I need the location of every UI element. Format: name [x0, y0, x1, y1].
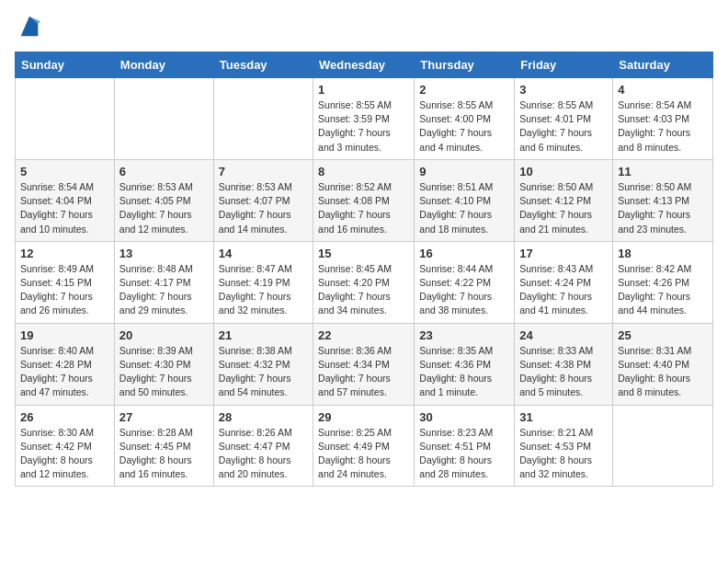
- calendar-day-1: 1Sunrise: 8:55 AM Sunset: 3:59 PM Daylig…: [313, 78, 415, 160]
- day-number: 28: [219, 410, 308, 424]
- day-info: Sunrise: 8:55 AM Sunset: 4:01 PM Dayligh…: [519, 98, 608, 155]
- day-info: Sunrise: 8:51 AM Sunset: 4:10 PM Dayligh…: [419, 180, 509, 236]
- day-info: Sunrise: 8:23 AM Sunset: 4:51 PM Dayligh…: [419, 426, 509, 482]
- day-number: 26: [20, 410, 109, 424]
- calendar-day-18: 18Sunrise: 8:42 AM Sunset: 4:26 PM Dayli…: [613, 241, 713, 323]
- calendar-header-monday: Monday: [114, 52, 213, 78]
- day-number: 7: [219, 165, 308, 178]
- calendar-week-row: 1Sunrise: 8:55 AM Sunset: 3:59 PM Daylig…: [16, 78, 713, 160]
- day-info: Sunrise: 8:48 AM Sunset: 4:17 PM Dayligh…: [119, 262, 209, 318]
- calendar-day-4: 4Sunrise: 8:54 AM Sunset: 4:03 PM Daylig…: [613, 78, 713, 160]
- day-info: Sunrise: 8:35 AM Sunset: 4:36 PM Dayligh…: [419, 344, 509, 400]
- calendar-header-friday: Friday: [515, 52, 613, 78]
- day-info: Sunrise: 8:21 AM Sunset: 4:53 PM Dayligh…: [519, 426, 608, 482]
- calendar-day-28: 28Sunrise: 8:26 AM Sunset: 4:47 PM Dayli…: [213, 405, 313, 487]
- day-info: Sunrise: 8:55 AM Sunset: 3:59 PM Dayligh…: [318, 98, 409, 155]
- calendar-week-row: 12Sunrise: 8:49 AM Sunset: 4:15 PM Dayli…: [16, 241, 713, 323]
- day-info: Sunrise: 8:49 AM Sunset: 4:15 PM Dayligh…: [20, 262, 109, 318]
- calendar-day-7: 7Sunrise: 8:53 AM Sunset: 4:07 PM Daylig…: [213, 159, 313, 241]
- day-number: 24: [519, 328, 608, 342]
- day-info: Sunrise: 8:54 AM Sunset: 4:04 PM Dayligh…: [20, 180, 109, 236]
- day-number: 14: [219, 247, 308, 260]
- day-number: 30: [419, 410, 509, 424]
- day-info: Sunrise: 8:28 AM Sunset: 4:45 PM Dayligh…: [119, 426, 209, 482]
- day-number: 18: [618, 247, 708, 260]
- day-info: Sunrise: 8:44 AM Sunset: 4:22 PM Dayligh…: [419, 262, 509, 318]
- day-number: 27: [119, 410, 209, 424]
- calendar-week-row: 19Sunrise: 8:40 AM Sunset: 4:28 PM Dayli…: [16, 323, 713, 405]
- calendar-day-6: 6Sunrise: 8:53 AM Sunset: 4:05 PM Daylig…: [114, 159, 213, 241]
- day-info: Sunrise: 8:40 AM Sunset: 4:28 PM Dayligh…: [20, 344, 109, 400]
- calendar-day-3: 3Sunrise: 8:55 AM Sunset: 4:01 PM Daylig…: [515, 78, 613, 160]
- calendar-header-saturday: Saturday: [613, 52, 713, 78]
- day-info: Sunrise: 8:45 AM Sunset: 4:20 PM Dayligh…: [318, 262, 409, 318]
- day-number: 2: [419, 83, 509, 97]
- calendar-day-12: 12Sunrise: 8:49 AM Sunset: 4:15 PM Dayli…: [16, 241, 115, 323]
- day-number: 22: [318, 328, 409, 342]
- day-number: 29: [318, 410, 409, 424]
- calendar-day-17: 17Sunrise: 8:43 AM Sunset: 4:24 PM Dayli…: [515, 241, 613, 323]
- calendar-week-row: 5Sunrise: 8:54 AM Sunset: 4:04 PM Daylig…: [16, 159, 713, 241]
- day-number: 5: [20, 165, 109, 178]
- calendar-day-19: 19Sunrise: 8:40 AM Sunset: 4:28 PM Dayli…: [16, 323, 115, 405]
- calendar-day-23: 23Sunrise: 8:35 AM Sunset: 4:36 PM Dayli…: [415, 323, 515, 405]
- day-info: Sunrise: 8:50 AM Sunset: 4:12 PM Dayligh…: [519, 180, 608, 236]
- day-number: 6: [119, 165, 209, 178]
- calendar-day-9: 9Sunrise: 8:51 AM Sunset: 4:10 PM Daylig…: [415, 159, 515, 241]
- calendar-day-10: 10Sunrise: 8:50 AM Sunset: 4:12 PM Dayli…: [515, 159, 613, 241]
- calendar-empty-cell: [613, 405, 713, 487]
- calendar-table: SundayMondayTuesdayWednesdayThursdayFrid…: [15, 52, 713, 487]
- calendar-day-27: 27Sunrise: 8:28 AM Sunset: 4:45 PM Dayli…: [114, 405, 213, 487]
- day-number: 4: [618, 83, 708, 97]
- day-info: Sunrise: 8:31 AM Sunset: 4:40 PM Dayligh…: [618, 344, 708, 400]
- day-number: 19: [20, 328, 109, 342]
- day-number: 15: [318, 247, 409, 260]
- calendar-day-22: 22Sunrise: 8:36 AM Sunset: 4:34 PM Dayli…: [313, 323, 415, 405]
- calendar-empty-cell: [213, 78, 313, 160]
- day-number: 13: [119, 247, 209, 260]
- day-number: 25: [618, 328, 708, 342]
- day-number: 17: [519, 247, 608, 260]
- logo: [15, 15, 42, 40]
- day-number: 21: [219, 328, 308, 342]
- day-info: Sunrise: 8:47 AM Sunset: 4:19 PM Dayligh…: [219, 262, 308, 318]
- calendar-week-row: 26Sunrise: 8:30 AM Sunset: 4:42 PM Dayli…: [16, 405, 713, 487]
- calendar-empty-cell: [16, 78, 115, 160]
- day-number: 20: [119, 328, 209, 342]
- day-number: 8: [318, 165, 409, 178]
- day-number: 10: [519, 165, 608, 178]
- calendar-header-thursday: Thursday: [415, 52, 515, 78]
- day-info: Sunrise: 8:43 AM Sunset: 4:24 PM Dayligh…: [519, 262, 608, 318]
- calendar-day-14: 14Sunrise: 8:47 AM Sunset: 4:19 PM Dayli…: [213, 241, 313, 323]
- calendar-day-8: 8Sunrise: 8:52 AM Sunset: 4:08 PM Daylig…: [313, 159, 415, 241]
- calendar-day-24: 24Sunrise: 8:33 AM Sunset: 4:38 PM Dayli…: [515, 323, 613, 405]
- day-number: 11: [618, 165, 708, 178]
- calendar-day-25: 25Sunrise: 8:31 AM Sunset: 4:40 PM Dayli…: [613, 323, 713, 405]
- day-info: Sunrise: 8:26 AM Sunset: 4:47 PM Dayligh…: [219, 426, 308, 482]
- calendar-day-20: 20Sunrise: 8:39 AM Sunset: 4:30 PM Dayli…: [114, 323, 213, 405]
- calendar-day-30: 30Sunrise: 8:23 AM Sunset: 4:51 PM Dayli…: [415, 405, 515, 487]
- day-info: Sunrise: 8:25 AM Sunset: 4:49 PM Dayligh…: [318, 426, 409, 482]
- day-info: Sunrise: 8:53 AM Sunset: 4:05 PM Dayligh…: [119, 180, 209, 236]
- calendar-empty-cell: [114, 78, 213, 160]
- calendar-header-wednesday: Wednesday: [313, 52, 415, 78]
- day-info: Sunrise: 8:54 AM Sunset: 4:03 PM Dayligh…: [618, 98, 708, 155]
- day-info: Sunrise: 8:38 AM Sunset: 4:32 PM Dayligh…: [219, 344, 308, 400]
- calendar-day-5: 5Sunrise: 8:54 AM Sunset: 4:04 PM Daylig…: [16, 159, 115, 241]
- calendar-header-sunday: Sunday: [16, 52, 115, 78]
- day-number: 31: [519, 410, 608, 424]
- calendar-day-13: 13Sunrise: 8:48 AM Sunset: 4:17 PM Dayli…: [114, 241, 213, 323]
- day-info: Sunrise: 8:55 AM Sunset: 4:00 PM Dayligh…: [419, 98, 509, 155]
- day-number: 9: [419, 165, 509, 178]
- calendar-day-11: 11Sunrise: 8:50 AM Sunset: 4:13 PM Dayli…: [613, 159, 713, 241]
- calendar-day-21: 21Sunrise: 8:38 AM Sunset: 4:32 PM Dayli…: [213, 323, 313, 405]
- day-info: Sunrise: 8:50 AM Sunset: 4:13 PM Dayligh…: [618, 180, 708, 236]
- day-info: Sunrise: 8:42 AM Sunset: 4:26 PM Dayligh…: [618, 262, 708, 318]
- day-info: Sunrise: 8:33 AM Sunset: 4:38 PM Dayligh…: [519, 344, 608, 400]
- day-info: Sunrise: 8:53 AM Sunset: 4:07 PM Dayligh…: [219, 180, 308, 236]
- day-info: Sunrise: 8:52 AM Sunset: 4:08 PM Dayligh…: [318, 180, 409, 236]
- calendar-day-15: 15Sunrise: 8:45 AM Sunset: 4:20 PM Dayli…: [313, 241, 415, 323]
- calendar-day-16: 16Sunrise: 8:44 AM Sunset: 4:22 PM Dayli…: [415, 241, 515, 323]
- day-number: 12: [20, 247, 109, 260]
- page-header: [15, 15, 713, 40]
